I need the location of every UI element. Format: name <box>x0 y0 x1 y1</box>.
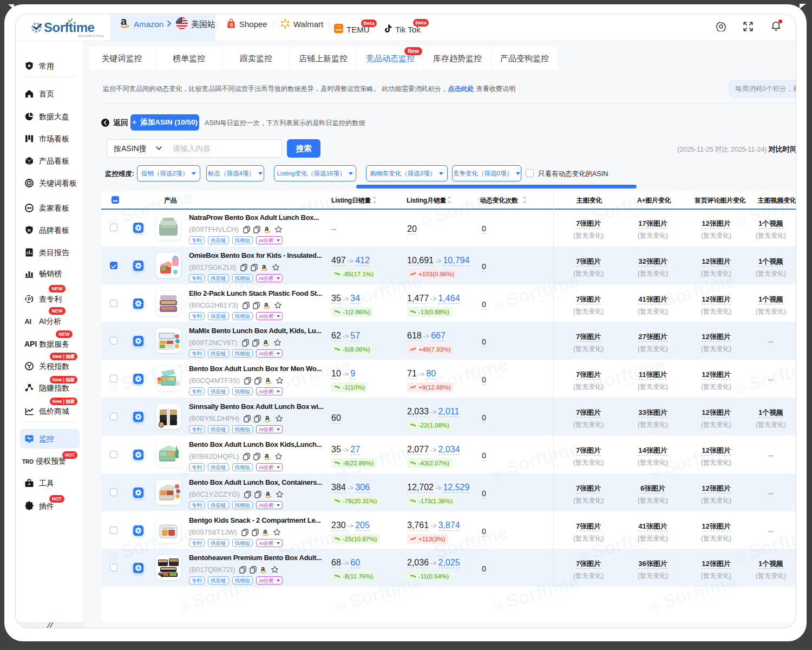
svg-text:R: R <box>28 228 31 233</box>
svg-text:AI: AI <box>25 318 32 326</box>
svg-text:TEMU: TEMU <box>335 29 343 31</box>
svg-text:a: a <box>265 414 270 421</box>
svg-text:a: a <box>264 301 269 308</box>
svg-text:a: a <box>262 263 266 270</box>
svg-text:a: a <box>121 17 127 27</box>
svg-text:a: a <box>266 376 270 384</box>
svg-text:a: a <box>264 339 268 346</box>
svg-text:a: a <box>265 225 269 232</box>
svg-text:S: S <box>230 22 233 28</box>
svg-text:P: P <box>28 296 31 302</box>
svg-text:a: a <box>263 528 267 535</box>
svg-text:a: a <box>265 452 269 459</box>
svg-text:a: a <box>266 490 270 497</box>
svg-text:a: a <box>261 566 265 573</box>
